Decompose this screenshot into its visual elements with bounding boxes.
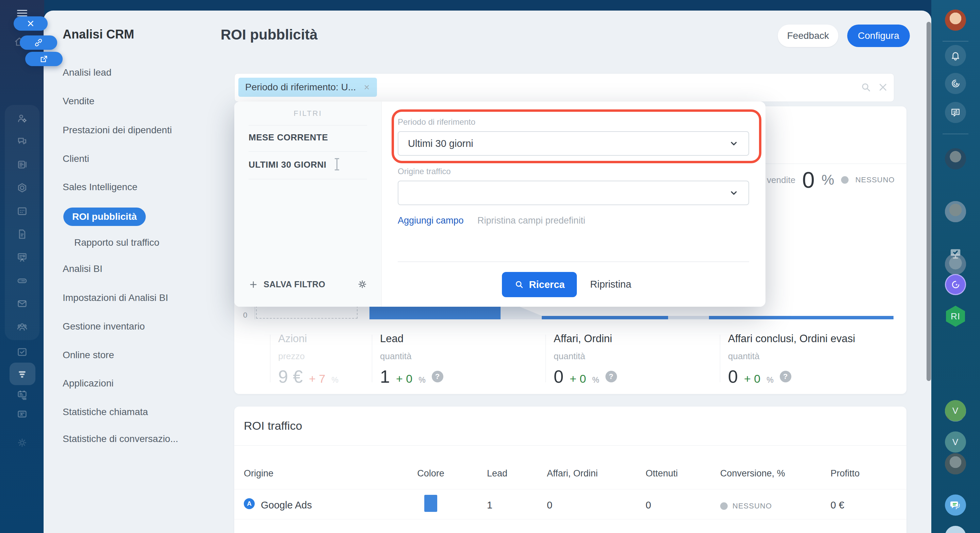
cell-lead: 1 bbox=[487, 499, 492, 511]
page-title: ROI pubblicità bbox=[221, 27, 318, 43]
funnel-bar-affari-conclusi[interactable] bbox=[709, 316, 894, 319]
v-badge[interactable]: V bbox=[945, 400, 966, 421]
vertical-scrollbar[interactable] bbox=[926, 22, 931, 381]
axis-zero-label: 0 bbox=[243, 311, 247, 320]
link-icon bbox=[34, 38, 43, 47]
red-highlight-annotation bbox=[391, 109, 761, 163]
chat-icon[interactable] bbox=[16, 136, 28, 147]
text-cursor bbox=[336, 158, 337, 171]
close-icon bbox=[26, 19, 35, 28]
traffic-source-select[interactable] bbox=[398, 180, 749, 205]
conversion-label: vendite bbox=[767, 175, 795, 185]
col-conversione[interactable]: Conversione, % bbox=[720, 468, 785, 479]
preset-mese-corrente[interactable]: MESE CORRENTE bbox=[248, 132, 328, 143]
sidebar-item-sales-intelligence[interactable]: Sales Intelligence bbox=[63, 182, 137, 193]
bell-icon bbox=[950, 50, 961, 61]
sidebar-item-impostazioni-bi[interactable]: Impostazioni di Analisi BI bbox=[63, 292, 168, 303]
user-avatar[interactable] bbox=[945, 10, 966, 31]
sidebar-item-statistiche-chiamata[interactable]: Statistiche chiamata bbox=[63, 407, 148, 418]
whiteboard-icon[interactable] bbox=[16, 252, 28, 263]
chip-close-icon[interactable] bbox=[363, 84, 370, 91]
sidebar-item-applicazioni[interactable]: Applicazioni bbox=[63, 378, 113, 389]
coworker-avatar[interactable] bbox=[945, 453, 966, 474]
copilot-button[interactable] bbox=[945, 73, 966, 94]
sidebar-item-gestione-inventario[interactable]: Gestione inventario bbox=[63, 321, 145, 332]
plus-icon bbox=[248, 280, 258, 289]
sidebar-item-online-store[interactable]: Online store bbox=[63, 349, 114, 361]
sidebar-item-analisi-lead[interactable]: Analisi lead bbox=[63, 67, 111, 78]
device-check-icon bbox=[949, 246, 962, 260]
connected-device-button[interactable] bbox=[945, 243, 966, 264]
coworker-avatar[interactable] bbox=[945, 148, 966, 169]
save-filter-button[interactable]: SALVA FILTRO bbox=[248, 279, 325, 289]
help-icon[interactable]: ? bbox=[432, 371, 443, 382]
sidebar-item-analisi-bi[interactable]: Analisi BI bbox=[63, 263, 102, 274]
col-origine[interactable]: Origine bbox=[244, 468, 274, 479]
presets-title: FILTRI bbox=[234, 109, 381, 118]
sidebar-item-prestazioni[interactable]: Prestazioni dei dipendenti bbox=[63, 125, 172, 136]
sidebar-item-rapporto-traffico[interactable]: Rapporto sul traffico bbox=[74, 237, 159, 248]
col-ottenuti[interactable]: Ottenuti bbox=[646, 468, 678, 479]
archive-icon[interactable] bbox=[16, 408, 28, 420]
calendar-icon[interactable] bbox=[16, 205, 28, 217]
help-icon[interactable]: ? bbox=[780, 371, 791, 382]
col-colore[interactable]: Colore bbox=[410, 468, 451, 479]
sidebar-item-roi-pubblicita[interactable]: ROI pubblicità bbox=[63, 207, 146, 226]
mail-icon[interactable] bbox=[16, 298, 28, 310]
conversion-unit: % bbox=[822, 172, 834, 188]
search-icon bbox=[514, 279, 524, 290]
preset-ultimi-30-giorni[interactable]: ULTIMI 30 GIORNI bbox=[248, 160, 326, 170]
help-icon[interactable]: ? bbox=[605, 371, 617, 382]
filter-chip-label: Periodo di riferimento: U... bbox=[245, 82, 356, 93]
copilot-purple-button[interactable] bbox=[945, 274, 966, 295]
tasks-icon[interactable] bbox=[16, 346, 28, 358]
stat-lead: Lead quantità 1 + 0 % ? bbox=[380, 333, 443, 387]
filter-chip[interactable]: Periodo di riferimento: U... bbox=[239, 78, 377, 97]
v-badge[interactable]: V bbox=[945, 431, 966, 453]
funnel-connector-2 bbox=[668, 316, 709, 319]
close-rail-button[interactable] bbox=[14, 16, 48, 31]
sidebar-item-clienti[interactable]: Clienti bbox=[63, 153, 89, 164]
sidebar-item-statistiche-conversazione[interactable]: Statistiche di conversazio... bbox=[63, 434, 178, 444]
coworker-avatar[interactable] bbox=[945, 201, 966, 222]
add-field-link[interactable]: Aggiungi campo bbox=[398, 215, 464, 226]
search-icon[interactable] bbox=[860, 81, 872, 93]
filter-settings-gear-icon[interactable] bbox=[357, 279, 368, 290]
conversion-status: NESSUNO bbox=[855, 176, 895, 184]
feedback-button[interactable]: Feedback bbox=[778, 24, 838, 47]
notifications-button[interactable] bbox=[945, 45, 966, 66]
col-lead[interactable]: Lead bbox=[487, 468, 508, 479]
crm-icon[interactable] bbox=[16, 112, 28, 124]
clear-search-icon[interactable] bbox=[877, 81, 889, 93]
copy-link-button[interactable] bbox=[20, 35, 57, 50]
cell-origin[interactable]: Google Ads bbox=[261, 499, 312, 511]
document-icon[interactable] bbox=[16, 228, 28, 240]
settings-icon[interactable] bbox=[16, 437, 28, 448]
status-dot bbox=[720, 502, 728, 510]
search-button[interactable]: Ricerca bbox=[502, 272, 577, 297]
col-profitto[interactable]: Profitto bbox=[830, 468, 860, 479]
schedule-icon[interactable] bbox=[16, 389, 28, 401]
reset-fields-link[interactable]: Ripristina campi predefiniti bbox=[477, 215, 585, 226]
reset-button[interactable]: Ripristina bbox=[590, 279, 631, 290]
translate-chat-button[interactable] bbox=[945, 102, 966, 123]
sidebar-item-vendite[interactable]: Vendite bbox=[63, 96, 94, 107]
drive-icon[interactable] bbox=[16, 274, 28, 286]
open-external-button[interactable] bbox=[25, 52, 63, 66]
source-field-label: Origine traffico bbox=[398, 167, 451, 176]
conversion-summary: vendite 0 % NESSUNO bbox=[767, 168, 895, 192]
sales-funnel-icon[interactable] bbox=[16, 368, 28, 380]
cell-deals: 0 bbox=[547, 499, 552, 511]
col-affari[interactable]: Affari, Ordini bbox=[547, 468, 598, 479]
traffic-card-title: ROI traffico bbox=[244, 419, 302, 432]
people-icon[interactable] bbox=[16, 321, 28, 333]
messenger-button[interactable] bbox=[945, 495, 966, 515]
sites-icon[interactable] bbox=[16, 182, 28, 193]
conversion-value: 0 bbox=[802, 167, 815, 193]
funnel-bar-affari[interactable] bbox=[542, 316, 668, 319]
cell-color-swatch[interactable] bbox=[424, 495, 437, 512]
chat-bubbles-icon bbox=[949, 499, 962, 511]
configure-button[interactable]: Configura bbox=[847, 24, 910, 47]
chevron-down-icon bbox=[729, 188, 739, 198]
feed-icon[interactable] bbox=[16, 159, 28, 171]
